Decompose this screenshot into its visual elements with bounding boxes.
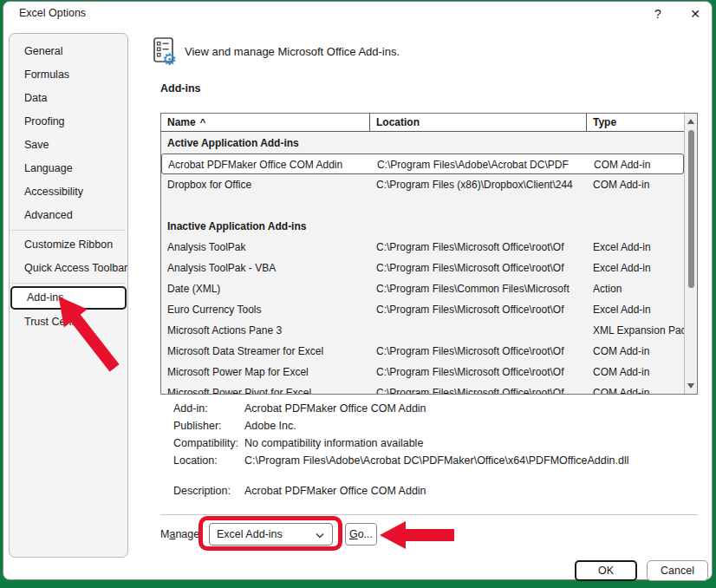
detail-value: Acrobat PDFMaker Office COM Addin [244, 482, 426, 500]
column-header-location[interactable]: Location [370, 114, 587, 132]
manage-label: Manage: [160, 528, 203, 540]
scrollbar-thumb[interactable] [688, 130, 694, 288]
addins-gear-icon: ⚙ [153, 36, 182, 66]
manage-separator [160, 514, 698, 515]
detail-value: C:\Program Files\Adobe\Acrobat DC\PDFMak… [244, 452, 628, 469]
table-row[interactable]: Euro Currency ToolsC:\Program Files\Micr… [161, 299, 684, 320]
sidebar-item-general[interactable]: General [10, 40, 127, 63]
sidebar-item-data[interactable]: Data [10, 87, 127, 110]
ok-button[interactable]: OK [575, 560, 637, 581]
cell-type: COM Add-in [593, 382, 684, 394]
sidebar-item-advanced[interactable]: Advanced [10, 204, 127, 227]
cancel-button[interactable]: Cancel [647, 560, 708, 581]
cell-location: C:\Program Files\Common Files\Microsoft [376, 278, 587, 299]
column-header-name-label: Name [167, 116, 196, 128]
cell-location: C:\Program Files\Microsoft Office\root\O… [376, 299, 587, 320]
cell-location: C:\Program Files (x86)\Dropbox\Client\24… [376, 174, 587, 195]
cell-name: Euro Currency Tools [167, 299, 368, 320]
detail-row-compatibility: Compatibility:No compatibility informati… [173, 434, 693, 452]
cell-location: C:\Program Files\Microsoft Office\root\O… [376, 382, 587, 394]
column-header-location-label: Location [376, 116, 420, 128]
detail-row-location: Location:C:\Program Files\Adobe\Acrobat … [173, 452, 693, 469]
column-header-name[interactable]: Name^ [161, 114, 370, 132]
cell-name: Analysis ToolPak - VBA [167, 258, 368, 278]
cell-name: Microsoft Power Pivot for Excel [167, 382, 368, 394]
sidebar-item-quick-access-toolbar[interactable]: Quick Access Toolbar [10, 257, 127, 280]
table-scrollbar[interactable] [684, 114, 697, 394]
cell-type: Action [593, 278, 684, 299]
page-heading: View and manage Microsoft Office Add-ins… [185, 45, 400, 58]
red-arrow-to-go-annotation [380, 521, 454, 549]
cell-location: C:\Program Files\Microsoft Office\root\O… [376, 258, 587, 278]
detail-label: Description: [173, 482, 244, 500]
detail-label: Location: [173, 452, 244, 469]
cell-location: C:\Program Files\Microsoft Office\root\O… [376, 237, 587, 258]
help-icon[interactable]: ? [648, 4, 667, 23]
sidebar-item-language[interactable]: Language [10, 157, 127, 180]
sort-ascending-icon: ^ [200, 117, 205, 127]
cell-type: COM Add-in [594, 154, 684, 175]
detail-row-publisher: Publisher:Adobe Inc. [173, 417, 693, 434]
detail-value: Acrobat PDFMaker Office COM Addin [244, 400, 426, 417]
cell-name: Microsoft Actions Pane 3 [167, 320, 368, 341]
sidebar-item-proofing[interactable]: Proofing [10, 110, 127, 134]
manage-dropdown-value: Excel Add-ins [217, 528, 283, 540]
table-row[interactable]: Dropbox for OfficeC:\Program Files (x86)… [161, 174, 684, 195]
addins-section-label: Add-ins [160, 82, 201, 95]
go-button[interactable]: Go... [345, 523, 377, 546]
detail-label: Compatibility: [173, 434, 244, 452]
addins-table: Name^ Location Type Active Application A… [160, 113, 698, 395]
dialog-title: Excel Options [19, 7, 86, 19]
cell-location: C:\Program Files\Microsoft Office\root\O… [376, 362, 587, 382]
manage-dropdown[interactable]: Excel Add-ins [209, 523, 333, 546]
table-row[interactable]: Acrobat PDFMaker Office COM AddinC:\Prog… [161, 154, 684, 174]
cell-name: Active Application Add-ins [167, 133, 368, 154]
cell-type: Excel Add-in [593, 299, 684, 320]
detail-row-description: Description:Acrobat PDFMaker Office COM … [173, 482, 693, 500]
excel-options-screen: Excel Options ? ✕ GeneralFormulasDataPro… [0, 0, 716, 588]
table-row[interactable]: Microsoft Power Pivot for ExcelC:\Progra… [161, 382, 684, 394]
table-body: Active Application Add-insAcrobat PDFMak… [161, 133, 684, 394]
chevron-down-icon [316, 532, 324, 539]
cell-type: Excel Add-in [593, 258, 684, 278]
table-header: Name^ Location Type [161, 114, 684, 132]
sidebar-separator [11, 283, 126, 284]
cell-location: C:\Program Files\Adobe\Acrobat DC\PDF [377, 154, 588, 175]
sidebar-item-customize-ribbon[interactable]: Customize Ribbon [10, 233, 127, 257]
sidebar-separator [11, 230, 126, 231]
column-header-type[interactable]: Type [587, 114, 686, 132]
table-section-header: Inactive Application Add-ins [161, 216, 684, 237]
table-row[interactable]: Date (XML)C:\Program Files\Common Files\… [161, 278, 684, 299]
sidebar-item-accessibility[interactable]: Accessibility [10, 180, 127, 204]
sidebar-item-formulas[interactable]: Formulas [10, 63, 127, 87]
cell-name: Microsoft Data Streamer for Excel [167, 341, 368, 362]
cell-type: COM Add-in [593, 362, 684, 382]
cell-name: Inactive Application Add-ins [167, 216, 368, 237]
detail-value: Adobe Inc. [244, 417, 296, 434]
table-row[interactable]: Analysis ToolPakC:\Program Files\Microso… [161, 237, 684, 258]
cell-type: COM Add-in [593, 341, 684, 362]
cell-name: Microsoft Power Map for Excel [167, 362, 368, 382]
cell-name: Analysis ToolPak [167, 237, 368, 258]
cell-type: XML Expansion Pack [593, 320, 684, 341]
scrollbar-down-icon[interactable] [685, 379, 698, 392]
cell-type: Excel Add-in [593, 237, 684, 258]
detail-label: Add-in: [173, 400, 244, 417]
close-icon[interactable]: ✕ [685, 4, 706, 23]
table-section-header: Active Application Add-ins [161, 133, 684, 154]
detail-row-add-in: Add-in:Acrobat PDFMaker Office COM Addin [173, 400, 693, 417]
detail-label: Publisher: [173, 417, 244, 434]
svg-text:⚙: ⚙ [162, 49, 177, 66]
scrollbar-up-icon[interactable] [685, 115, 698, 128]
detail-value: No compatibility information available [244, 434, 423, 452]
column-header-type-label: Type [593, 116, 616, 128]
cell-name: Date (XML) [167, 278, 368, 299]
table-row[interactable]: Microsoft Actions Pane 3XML Expansion Pa… [161, 320, 684, 341]
cell-name: Dropbox for Office [167, 174, 368, 195]
table-row[interactable]: Analysis ToolPak - VBAC:\Program Files\M… [161, 258, 684, 278]
table-row[interactable]: Microsoft Data Streamer for ExcelC:\Prog… [161, 341, 684, 362]
cell-type: COM Add-in [593, 174, 684, 195]
table-row[interactable]: Microsoft Power Map for ExcelC:\Program … [161, 362, 684, 382]
sidebar-item-save[interactable]: Save [10, 134, 127, 157]
table-spacer-row [161, 195, 684, 216]
